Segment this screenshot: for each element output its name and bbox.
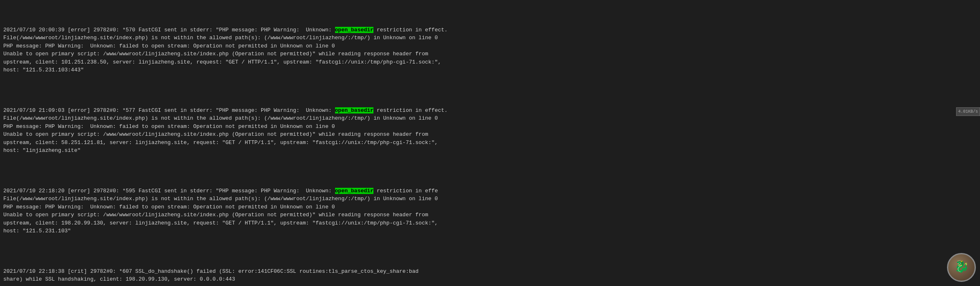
log-text: restriction in effe [373, 188, 438, 194]
log-text: 2021/07/10 20:00:39 [error] 29782#0: *57… [3, 27, 335, 33]
avatar-icon: 🐉 [954, 259, 969, 276]
speed-badge-text: 4.01KB/s [958, 109, 978, 114]
speed-badge: 4.01KB/s [956, 107, 980, 116]
log-entry-4: 2021/07/10 22:18:38 [crit] 29782#0: *607… [3, 267, 977, 284]
avatar: 🐉 [947, 253, 976, 282]
log-text: restriction in effect. File(/www/wwwroot… [3, 107, 448, 154]
highlight-open-basedir-3: open_basedir [335, 188, 374, 194]
log-text: File(/www/wwwroot/linjiazheng.site/index… [3, 196, 438, 234]
highlight-open-basedir-1: open_basedir [335, 27, 374, 33]
log-text: 2021/07/10 22:18:20 [error] 29782#0: *59… [3, 188, 335, 194]
log-entry-1: 2021/07/10 20:00:39 [error] 29782#0: *57… [3, 26, 977, 74]
log-entry-3: 2021/07/10 22:18:20 [error] 29782#0: *59… [3, 187, 977, 235]
avatar-overlay: 🐉 [947, 253, 980, 286]
log-text: 2021/07/10 21:09:03 [error] 29782#0: *57… [3, 107, 335, 113]
log-container: 2021/07/10 20:00:39 [error] 29782#0: *57… [0, 0, 980, 286]
log-text: restriction in effect. File(/www/wwwroot… [3, 27, 448, 73]
log-text: 2021/07/10 22:18:38 [crit] 29782#0: *607… [3, 268, 418, 283]
log-entry-2: 2021/07/10 21:09:03 [error] 29782#0: *57… [3, 106, 977, 155]
highlight-open-basedir-2: open_basedir [335, 107, 374, 113]
